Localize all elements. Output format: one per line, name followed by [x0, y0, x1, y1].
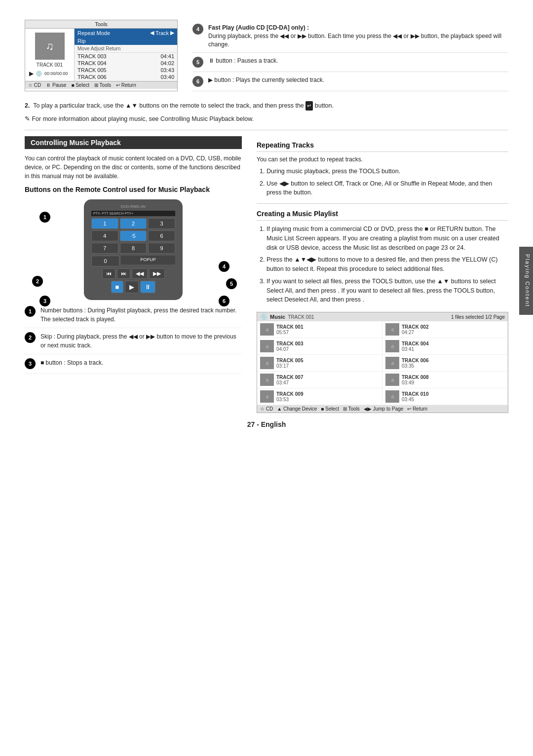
footer-cd: ☆ CD	[28, 82, 41, 88]
ml-track-info: TRACK 004 03:41	[402, 341, 428, 352]
page-num-value: 27	[247, 420, 255, 428]
num-btn-1[interactable]: 1	[91, 218, 118, 229]
ml-track-time: 03:47	[276, 380, 303, 385]
ml-track-name: TRACK 005	[276, 358, 303, 363]
page: Playing Content Tools ♫ TRACK 001 ▶ 💿 00…	[0, 0, 533, 756]
num-btn-9[interactable]: 9	[148, 243, 175, 254]
music-note-icon: ♫	[45, 40, 54, 53]
ml-thumb: ♫	[385, 323, 399, 336]
player-screenshot: Tools ♫ TRACK 001 ▶ 💿 00:00/00:00	[25, 20, 178, 91]
repeating-intro: You can set the product to repeat tracks…	[257, 156, 508, 163]
creating-step: If you want to select all files, press t…	[266, 277, 508, 304]
ml-track-info: TRACK 009 03:53	[276, 391, 303, 402]
tools-menu: Repeat Mode ◀ Track ▶ Rip Move Adjust Re…	[75, 29, 177, 80]
info-num: 4	[192, 24, 203, 35]
ml-title: Music	[270, 314, 285, 320]
left-arrow: ◀	[150, 30, 154, 36]
ml-track-time: 04:27	[402, 330, 428, 335]
ml-footer-jump: ◀▶ Jump to Page	[364, 406, 403, 412]
track-list: TRACK 00304:41TRACK 00404:02TRACK 00503:…	[75, 53, 177, 80]
cd-icon: 💿	[36, 71, 42, 77]
desc-row: 3■ button : Stops a track.	[25, 358, 242, 374]
num-btn-3[interactable]: 3	[148, 218, 175, 229]
callout-1: 1	[39, 212, 50, 223]
note-icon: ✎	[25, 115, 30, 122]
ml-grid: ♫ TRACK 001 05:57 ♫ TRACK 002 04:27 ♫ TR…	[257, 321, 508, 405]
step2-text: 2. To play a particular track, use the ▲…	[25, 101, 508, 111]
step2-block: 2. To play a particular track, use the ▲…	[25, 101, 508, 124]
ml-thumb: ♫	[385, 390, 399, 403]
side-tab: Playing Content	[519, 247, 533, 315]
info-block: 5⏸ button : Pauses a track.	[192, 53, 508, 72]
ml-track-name: TRACK 004	[402, 341, 428, 346]
ml-footer-select: ■ Select	[321, 406, 339, 412]
ml-footer-tools: ⊞ Tools	[343, 406, 360, 412]
album-art: ♫	[35, 33, 65, 60]
footer-tools: ⊞ Tools	[94, 82, 111, 88]
ml-track-time: 03:49	[402, 380, 428, 385]
ml-track-name: TRACK 006	[402, 358, 428, 363]
ml-track-time: 03:53	[276, 397, 303, 402]
right-arrow: ▶	[170, 30, 174, 36]
pause-btn[interactable]: ⏸	[140, 281, 155, 293]
track-nav: Move Adjust Return	[75, 45, 177, 53]
ml-footer: ☆ CD ▲ Change Device ■ Select ⊞ Tools ◀▶…	[257, 405, 508, 413]
popup-btn[interactable]: POPUP	[121, 256, 175, 265]
buttons-heading: Buttons on the Remote Control used for M…	[25, 186, 242, 193]
repeating-section: Repeating Tracks You can set the product…	[257, 141, 508, 197]
creating-section: Creating a Music Playlist If playing mus…	[257, 210, 508, 304]
play-row: ▶ 💿 00:00/00:00	[29, 70, 70, 77]
creating-heading: Creating a Music Playlist	[257, 210, 508, 218]
player-left: ♫ TRACK 001 ▶ 💿 00:00/00:00	[25, 29, 75, 81]
track-name: TRACK 005	[77, 67, 107, 73]
rewind-btn[interactable]: ◀◀	[132, 268, 148, 279]
playback-row: ■ ▶ ⏸	[91, 281, 175, 293]
num-btn-7[interactable]: 7	[91, 243, 118, 254]
ml-track-info: TRACK 008 03:49	[402, 375, 428, 385]
ml-track-time: 03:17	[276, 363, 303, 369]
desc-num: 1	[25, 306, 36, 317]
player-toolbar: Tools	[25, 20, 177, 29]
ml-track-info: TRACK 003 04:07	[276, 341, 303, 352]
step2-bold: 2.	[25, 102, 30, 109]
track-name: TRACK 004	[77, 60, 107, 66]
track-list-item: TRACK 00304:41	[75, 53, 177, 60]
num-btn-8[interactable]: 8	[120, 243, 147, 254]
num-btn-4[interactable]: 4	[91, 230, 118, 241]
info-text: ▶ button : Plays the currently selected …	[208, 76, 324, 84]
ml-footer-return: ↩ Return	[407, 406, 427, 412]
ffwd-btn[interactable]: ▶▶	[149, 268, 165, 279]
ml-track-name: TRACK 009	[276, 391, 303, 397]
callout-4: 4	[219, 261, 229, 272]
ml-track-item: ♫ TRACK 008 03:49	[382, 372, 508, 388]
top-section: Tools ♫ TRACK 001 ▶ 💿 00:00/00:00	[25, 20, 508, 91]
ml-thumb: ♫	[260, 357, 274, 369]
ml-track-item: ♫ TRACK 006 03:35	[382, 355, 508, 372]
time-display: 00:00/00:00	[44, 71, 68, 76]
controlling-heading: Controlling Music Playback	[25, 136, 242, 149]
ml-track-info: TRACK 006 03:35	[402, 358, 428, 369]
prev-chapter-btn[interactable]: ⏮	[102, 268, 115, 279]
track-time: 03:43	[160, 67, 174, 73]
ml-thumb: ♫	[260, 390, 274, 403]
num-btn-5[interactable]: ·5	[120, 230, 147, 241]
enter-icon: ↵	[305, 101, 313, 111]
ml-header: 💿 Music TRACK 001 1 files selected 1/2 P…	[257, 312, 508, 321]
track-name: TRACK 006	[77, 74, 107, 80]
creating-step: If playing music from a commercial CD or…	[266, 225, 508, 252]
ml-track-name: TRACK 008	[402, 375, 428, 380]
page-lang: English	[261, 420, 286, 428]
player-footer: ☆ CD ⏸ Pause ■ Select ⊞ Tools ↩ Return	[25, 81, 177, 89]
num-btn-6[interactable]: 6	[148, 230, 175, 241]
repeating-step: Use ◀▶ button to select Off, Track or On…	[266, 179, 508, 198]
ml-track-name: TRACK 001	[276, 324, 303, 330]
repeating-steps: During music playback, press the TOOLS b…	[257, 167, 508, 197]
num-btn-2[interactable]: 2	[120, 218, 147, 229]
play-btn[interactable]: ▶	[125, 281, 139, 293]
next-chapter-btn[interactable]: ⏭	[117, 268, 130, 279]
stop-btn[interactable]: ■	[111, 281, 124, 293]
num-btn-0[interactable]: 0	[91, 256, 119, 266]
info-num: 5	[192, 57, 203, 68]
main-content: Controlling Music Playback You can contr…	[25, 136, 508, 413]
ml-track-item: ♫ TRACK 007 03:47	[257, 372, 382, 388]
